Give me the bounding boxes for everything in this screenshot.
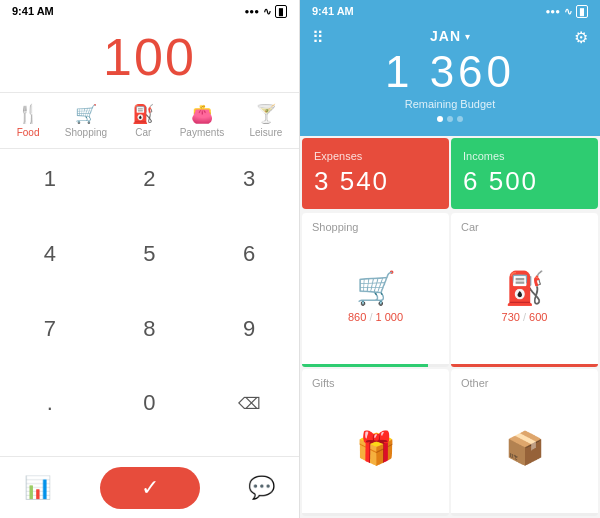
incomes-amount: 6 500 bbox=[463, 166, 586, 197]
signal-icon-left: ●●● bbox=[245, 7, 260, 16]
key-1[interactable]: 1 bbox=[0, 153, 100, 205]
category-leisure[interactable]: 🍸 Leisure bbox=[244, 101, 289, 140]
other-card-icon: 📦 bbox=[505, 429, 545, 467]
shopping-card-icon: 🛒 bbox=[356, 269, 396, 307]
remaining-label: Remaining Budget bbox=[405, 98, 496, 110]
checkmark-icon: ✓ bbox=[141, 475, 159, 501]
header-blue: ⠿ JAN ▾ ⚙ 1 360 Remaining Budget bbox=[300, 22, 600, 136]
current-amount: 100 bbox=[103, 27, 196, 87]
cat-card-other[interactable]: Other 📦 bbox=[451, 369, 598, 516]
car-label: Car bbox=[135, 127, 151, 138]
key-9[interactable]: 9 bbox=[199, 303, 299, 355]
incomes-card[interactable]: Incomes 6 500 bbox=[451, 138, 598, 209]
right-panel: 9:41 AM ●●● ∿ ▮ ⠿ JAN ▾ ⚙ 1 360 Remainin… bbox=[300, 0, 600, 518]
status-icons-left: ●●● ∿ ▮ bbox=[245, 5, 288, 18]
leisure-label: Leisure bbox=[250, 127, 283, 138]
battery-icon-left: ▮ bbox=[275, 5, 287, 18]
category-food[interactable]: 🍴 Food bbox=[11, 101, 46, 140]
gifts-card-icon: 🎁 bbox=[356, 429, 396, 467]
gear-icon[interactable]: ⚙ bbox=[574, 28, 588, 47]
grid-icon[interactable]: ⠿ bbox=[312, 28, 324, 47]
expenses-label: Expenses bbox=[314, 150, 437, 162]
expenses-amount: 3 540 bbox=[314, 166, 437, 197]
numpad: 1 2 3 4 5 6 7 8 9 . 0 ⌫ bbox=[0, 149, 299, 456]
key-3[interactable]: 3 bbox=[199, 153, 299, 205]
category-shopping[interactable]: 🛒 Shopping bbox=[59, 101, 113, 140]
food-label: Food bbox=[17, 127, 40, 138]
other-card-title: Other bbox=[461, 377, 489, 389]
shopping-progress-bar bbox=[302, 364, 449, 367]
left-panel: 9:41 AM ●●● ∿ ▮ 100 🍴 Food 🛒 Shopping ⛽ … bbox=[0, 0, 300, 518]
key-4[interactable]: 4 bbox=[0, 228, 100, 280]
cat-card-car[interactable]: Car ⛽ 730 / 600 bbox=[451, 213, 598, 366]
key-0[interactable]: 0 bbox=[100, 377, 200, 429]
key-2[interactable]: 2 bbox=[100, 153, 200, 205]
payments-label: Payments bbox=[180, 127, 224, 138]
shopping-card-title: Shopping bbox=[312, 221, 359, 233]
key-dot[interactable]: . bbox=[0, 377, 100, 429]
gifts-card-title: Gifts bbox=[312, 377, 335, 389]
bottom-bar: 📊 ✓ 💬 bbox=[0, 456, 299, 518]
category-payments[interactable]: 👛 Payments bbox=[174, 101, 230, 140]
confirm-button[interactable]: ✓ bbox=[100, 467, 200, 509]
car-progress-bar bbox=[451, 364, 598, 367]
incomes-label: Incomes bbox=[463, 150, 586, 162]
chat-icon[interactable]: 💬 bbox=[248, 475, 275, 501]
chart-icon[interactable]: 📊 bbox=[24, 475, 51, 501]
status-icons-right: ●●● ∿ ▮ bbox=[546, 5, 589, 18]
dot-3 bbox=[457, 116, 463, 122]
remaining-amount: 1 360 bbox=[385, 48, 515, 96]
dot-2 bbox=[447, 116, 453, 122]
wifi-icon-left: ∿ bbox=[263, 6, 271, 17]
car-card-icon: ⛽ bbox=[505, 269, 545, 307]
amount-display: 100 bbox=[0, 22, 299, 92]
gifts-progress-bar bbox=[302, 513, 449, 516]
category-bar: 🍴 Food 🛒 Shopping ⛽ Car 👛 Payments 🍸 Lei… bbox=[0, 92, 299, 149]
summary-row: Expenses 3 540 Incomes 6 500 bbox=[300, 136, 600, 211]
month-row: JAN ▾ bbox=[430, 28, 470, 44]
signal-icon-right: ●●● bbox=[546, 7, 561, 16]
leisure-icon: 🍸 bbox=[255, 103, 277, 125]
shopping-icon: 🛒 bbox=[75, 103, 97, 125]
car-progress-fill bbox=[451, 364, 598, 367]
category-grid: Shopping 🛒 860 / 1 000 Car ⛽ 730 / 600 G… bbox=[300, 211, 600, 518]
status-bar-right: 9:41 AM ●●● ∿ ▮ bbox=[300, 0, 600, 22]
food-icon: 🍴 bbox=[17, 103, 39, 125]
car-card-amount: 730 / 600 bbox=[502, 311, 548, 323]
payments-icon: 👛 bbox=[191, 103, 213, 125]
other-progress-bar bbox=[451, 513, 598, 516]
key-backspace[interactable]: ⌫ bbox=[199, 377, 299, 429]
battery-icon-right: ▮ bbox=[576, 5, 588, 18]
wifi-icon-right: ∿ bbox=[564, 6, 572, 17]
time-right: 9:41 AM bbox=[312, 5, 354, 17]
key-6[interactable]: 6 bbox=[199, 228, 299, 280]
shopping-card-amount: 860 / 1 000 bbox=[348, 311, 403, 323]
car-card-title: Car bbox=[461, 221, 479, 233]
month-chevron-icon[interactable]: ▾ bbox=[465, 31, 470, 42]
shopping-progress-fill bbox=[302, 364, 428, 367]
key-5[interactable]: 5 bbox=[100, 228, 200, 280]
expenses-card[interactable]: Expenses 3 540 bbox=[302, 138, 449, 209]
cat-card-shopping[interactable]: Shopping 🛒 860 / 1 000 bbox=[302, 213, 449, 366]
shopping-label: Shopping bbox=[65, 127, 107, 138]
key-7[interactable]: 7 bbox=[0, 303, 100, 355]
time-left: 9:41 AM bbox=[12, 5, 54, 17]
month-label: JAN bbox=[430, 28, 461, 44]
dot-indicator bbox=[437, 116, 463, 122]
car-icon: ⛽ bbox=[132, 103, 154, 125]
dot-1 bbox=[437, 116, 443, 122]
category-car[interactable]: ⛽ Car bbox=[126, 101, 160, 140]
key-8[interactable]: 8 bbox=[100, 303, 200, 355]
cat-card-gifts[interactable]: Gifts 🎁 bbox=[302, 369, 449, 516]
status-bar-left: 9:41 AM ●●● ∿ ▮ bbox=[0, 0, 299, 22]
